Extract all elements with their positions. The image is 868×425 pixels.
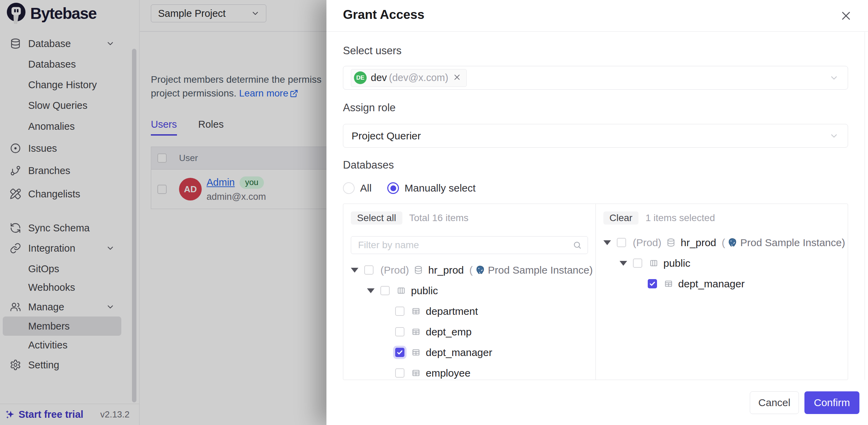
selected-databases-pane: Clear 1 items selected (Prod) hr_prod ( … (596, 204, 848, 380)
table-icon (411, 307, 421, 316)
select-users-label: Select users (343, 44, 848, 57)
checkbox-checked[interactable] (648, 279, 657, 288)
modal-header: Grant Access (326, 0, 868, 32)
database-icon (666, 238, 676, 247)
database-transfer-panel: Select all Total 16 items (Prod) hr_prod… (343, 204, 848, 380)
modal-scrollbar-rail[interactable] (865, 32, 865, 380)
tree-row-table[interactable]: dept_emp (395, 323, 588, 341)
clear-button[interactable]: Clear (603, 211, 639, 225)
tree-row-database[interactable]: (Prod) hr_prod ( Prod Sample Instance) (603, 234, 841, 251)
assign-role-select[interactable]: Project Querier (343, 124, 848, 148)
selected-items-count: 1 items selected (645, 213, 715, 223)
chevron-down-icon (829, 131, 839, 141)
tree-row-table[interactable]: employee (395, 364, 588, 380)
table-icon (411, 327, 421, 336)
select-all-button[interactable]: Select all (351, 211, 402, 225)
checkbox[interactable] (617, 238, 626, 247)
available-databases-pane: Select all Total 16 items (Prod) hr_prod… (343, 204, 596, 380)
select-users-input[interactable]: DE dev (dev@x.com) (343, 66, 848, 90)
schema-icon (397, 286, 406, 295)
tree-row-schema[interactable]: public (367, 282, 588, 299)
chip-user-email: (dev@x.com) (389, 72, 448, 83)
tree-row-schema[interactable]: public (620, 254, 841, 272)
table-icon (664, 279, 673, 288)
caret-down-icon[interactable] (351, 268, 358, 273)
table-icon (411, 348, 421, 357)
database-tree: (Prod) hr_prod ( Prod Sample Instance) p… (351, 261, 588, 380)
checkbox[interactable] (380, 286, 390, 295)
table-icon (411, 368, 421, 378)
close-icon[interactable] (839, 9, 853, 23)
checkbox[interactable] (364, 265, 374, 275)
schema-icon (649, 259, 658, 268)
database-icon (414, 265, 423, 275)
modal-body: Select users DE dev (dev@x.com) Assign r… (326, 32, 868, 380)
radio-all-label: All (360, 182, 371, 194)
checkbox[interactable] (395, 307, 404, 316)
selected-user-chip: DE dev (dev@x.com) (351, 69, 467, 87)
caret-down-icon[interactable] (367, 288, 375, 293)
total-items-count: Total 16 items (409, 213, 469, 223)
checkbox[interactable] (395, 327, 404, 336)
tree-row-table[interactable]: department (395, 302, 588, 320)
postgresql-icon (727, 238, 737, 248)
caret-down-icon[interactable] (603, 240, 611, 245)
chip-user-name: dev (371, 72, 387, 83)
grant-access-modal: Grant Access Select users DE dev (dev@x.… (326, 0, 868, 425)
chevron-down-icon (829, 73, 839, 83)
cancel-button[interactable]: Cancel (750, 391, 799, 414)
radio-all[interactable] (343, 182, 355, 194)
remove-user-icon[interactable] (453, 73, 461, 83)
radio-manually-select[interactable] (387, 182, 399, 194)
tree-row-table-selected[interactable]: dept_manager (648, 275, 841, 292)
checkbox-checked[interactable] (395, 348, 404, 357)
modal-footer: Cancel Confirm (326, 380, 868, 425)
checkbox[interactable] (395, 368, 404, 378)
radio-manually-select-label: Manually select (404, 182, 476, 194)
confirm-button[interactable]: Confirm (804, 391, 859, 414)
caret-down-icon[interactable] (620, 261, 627, 266)
tree-row-table-selected[interactable]: dept_manager (395, 344, 588, 361)
avatar: DE (354, 71, 367, 84)
postgresql-icon (475, 265, 485, 275)
modal-title: Grant Access (343, 8, 424, 22)
role-value: Project Querier (352, 130, 421, 142)
databases-label: Databases (343, 159, 848, 172)
search-icon (573, 241, 582, 251)
tree-row-database[interactable]: (Prod) hr_prod ( Prod Sample Instance) (351, 261, 588, 279)
checkbox[interactable] (633, 259, 642, 268)
assign-role-label: Assign role (343, 101, 848, 114)
filter-by-name-input[interactable] (351, 236, 588, 254)
database-scope-radios: All Manually select (343, 182, 848, 194)
selected-tree: (Prod) hr_prod ( Prod Sample Instance) p… (603, 234, 841, 292)
